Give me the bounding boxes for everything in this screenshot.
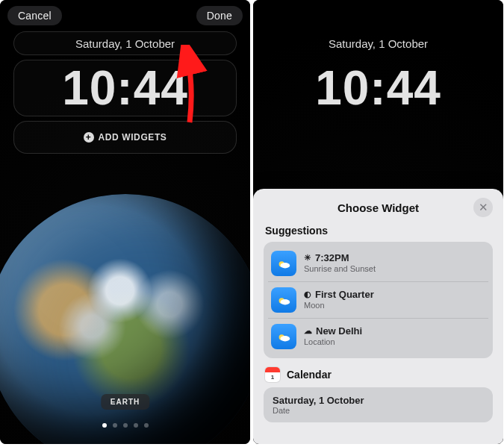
cloud-icon: ☁ <box>304 326 312 337</box>
sheet-header: Choose Widget ✕ <box>264 199 493 216</box>
sheet-title: Choose Widget <box>337 201 419 214</box>
date-text: Saturday, 1 October <box>329 37 428 50</box>
suggestion-subtitle: Sunrise and Sunset <box>304 264 376 275</box>
editor-topbar: Cancel Done <box>0 6 250 25</box>
lock-editor-column: Saturday, 1 October 10:44 + ADD WIDGETS <box>13 31 237 154</box>
suggestion-row-sunrise[interactable]: ☀7:32PM Sunrise and Sunset <box>268 246 488 281</box>
suggestion-subtitle: Location <box>304 337 362 348</box>
dot <box>144 423 149 428</box>
dot <box>102 423 107 428</box>
right-screenshot: Saturday, 1 October 10:44 Choose Widget … <box>253 0 503 444</box>
suggestion-title: First Quarter <box>315 289 374 301</box>
calendar-widget-row[interactable]: Saturday, 1 October Date <box>264 387 493 422</box>
add-widgets-slot[interactable]: + ADD WIDGETS <box>13 121 237 154</box>
lock-column: Saturday, 1 October 10:44 <box>267 31 490 116</box>
time-slot: 10:44 <box>267 60 490 116</box>
choose-widget-sheet: Choose Widget ✕ Suggestions ☀7:32PM Sunr… <box>253 189 503 444</box>
close-icon: ✕ <box>479 201 488 214</box>
dot <box>113 423 117 428</box>
left-screenshot: Cancel Done Saturday, 1 October 10:44 + … <box>0 0 250 444</box>
sunrise-icon: ☀ <box>304 253 311 263</box>
dot <box>134 423 138 428</box>
time-text: 10:44 <box>315 64 441 112</box>
suggestion-text: ◐First Quarter Moon <box>304 289 374 311</box>
page-dots[interactable] <box>102 423 149 428</box>
date-slot: Saturday, 1 October <box>267 31 490 55</box>
suggestion-title: New Delhi <box>316 325 362 337</box>
date-slot[interactable]: Saturday, 1 October <box>13 31 237 55</box>
weather-app-icon <box>271 251 296 276</box>
calendar-section-header: 1 Calendar <box>265 367 491 382</box>
date-text: Saturday, 1 October <box>75 37 175 50</box>
wallpaper-label: EARTH <box>101 394 149 410</box>
done-button[interactable]: Done <box>196 6 243 25</box>
suggestions-card: ☀7:32PM Sunrise and Sunset ◐First Quarte… <box>264 242 493 358</box>
suggestion-subtitle: Moon <box>304 301 374 311</box>
plus-icon: + <box>84 132 94 143</box>
close-button[interactable]: ✕ <box>473 198 493 217</box>
calendar-title: Saturday, 1 October <box>273 395 364 406</box>
suggestion-title: 7:32PM <box>315 252 349 264</box>
calendar-subtitle: Date <box>273 406 484 415</box>
weather-app-icon <box>271 287 296 313</box>
dot <box>123 423 128 428</box>
calendar-app-icon: 1 <box>265 367 280 382</box>
add-widgets-label: ADD WIDGETS <box>99 132 167 143</box>
suggestion-row-moon[interactable]: ◐First Quarter Moon <box>268 281 488 318</box>
suggestion-text: ☁New Delhi Location <box>304 325 362 348</box>
calendar-label: Calendar <box>287 369 332 381</box>
moon-phase-icon: ◐ <box>304 290 311 300</box>
time-slot[interactable]: 10:44 <box>13 60 237 116</box>
svg-point-1 <box>280 263 290 268</box>
suggestions-label: Suggestions <box>265 225 491 237</box>
suggestion-text: ☀7:32PM Sunrise and Sunset <box>304 252 376 275</box>
svg-point-5 <box>280 336 290 341</box>
weather-app-icon <box>271 324 296 349</box>
suggestion-row-location[interactable]: ☁New Delhi Location <box>268 318 488 354</box>
time-text: 10:44 <box>62 64 188 112</box>
cancel-button[interactable]: Cancel <box>7 6 62 25</box>
svg-point-3 <box>280 299 290 304</box>
